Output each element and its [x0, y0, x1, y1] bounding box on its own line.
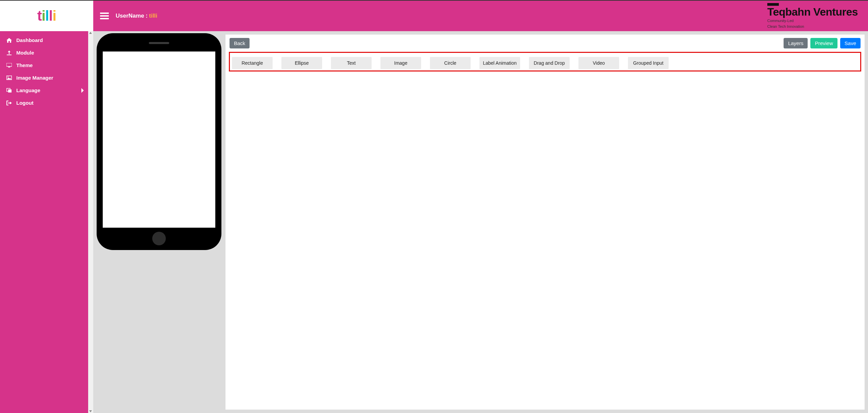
brand-tagline-line1: Community-Led — [767, 19, 858, 23]
layers-button[interactable]: Layers — [784, 38, 808, 48]
sidebar-item-logout[interactable]: Logout — [0, 97, 88, 109]
sidebar-item-label: Module — [16, 50, 34, 56]
tool-drag-and-drop[interactable]: Drag and Drop — [529, 57, 570, 69]
upload-icon — [6, 50, 12, 56]
back-button[interactable]: Back — [230, 38, 250, 48]
username-label: UserName : — [116, 13, 148, 19]
save-button[interactable]: Save — [840, 38, 861, 48]
tool-video[interactable]: Video — [578, 57, 619, 69]
tool-ellipse[interactable]: Ellipse — [281, 57, 322, 69]
sidebar-item-label: Dashboard — [16, 37, 43, 43]
sidebar-item-label: Logout — [16, 100, 34, 106]
preview-button[interactable]: Preview — [810, 38, 837, 48]
editor-toolbar: Back Layers Preview Save — [225, 35, 865, 52]
tool-text[interactable]: Text — [331, 57, 372, 69]
image-icon — [6, 75, 12, 81]
brand-block: Teqbahn Ventures Community-Led Clean Tec… — [767, 3, 861, 29]
brand-accent-bar — [767, 3, 779, 6]
svg-rect-0 — [6, 63, 12, 66]
chevron-right-icon — [81, 88, 84, 93]
phone-speaker — [149, 42, 169, 44]
sidebar-item-language[interactable]: Language — [0, 84, 88, 97]
language-icon — [6, 88, 12, 93]
sidebar-scrollbar[interactable] — [88, 31, 93, 413]
sidebar-item-label: Image Manager — [16, 75, 53, 81]
tool-label-animation[interactable]: Label Animation — [479, 57, 520, 69]
sidebar-item-theme[interactable]: Theme — [0, 59, 88, 71]
svg-rect-5 — [8, 89, 12, 92]
sidebar-item-label: Language — [16, 87, 40, 93]
sidebar-item-module[interactable]: Module — [0, 46, 88, 59]
phone-home-button — [152, 232, 166, 245]
username-value: tilli — [149, 13, 158, 19]
sidebar-item-dashboard[interactable]: Dashboard — [0, 34, 88, 46]
tool-circle[interactable]: Circle — [430, 57, 471, 69]
editor-panel: Back Layers Preview Save Rectangle Ellip… — [225, 35, 865, 410]
menu-toggle-icon[interactable] — [100, 13, 109, 19]
tool-palette: Rectangle Ellipse Text Image Circle Labe… — [229, 52, 861, 71]
svg-rect-1 — [8, 67, 10, 67]
svg-point-3 — [8, 77, 9, 78]
tool-rectangle[interactable]: Rectangle — [232, 57, 273, 69]
topbar: UserName : tilli Teqbahn Ventures Commun… — [93, 1, 868, 31]
logo-letter: i — [42, 8, 45, 24]
logo-letter: l — [45, 8, 49, 24]
logo-letter: i — [53, 8, 56, 24]
tool-grouped-input[interactable]: Grouped Input — [628, 57, 669, 69]
logo: tilli — [37, 8, 56, 24]
sidebar-item-image-manager[interactable]: Image Manager — [0, 71, 88, 84]
display-icon — [6, 63, 12, 68]
phone-preview — [97, 33, 221, 250]
logo-letter: l — [49, 8, 53, 24]
main-content: Back Layers Preview Save Rectangle Ellip… — [93, 31, 868, 413]
home-icon — [6, 38, 12, 43]
sidebar-item-label: Theme — [16, 62, 33, 68]
editor-canvas[interactable] — [225, 75, 865, 410]
logout-icon — [6, 100, 12, 106]
phone-screen[interactable] — [103, 51, 215, 228]
sidebar: Dashboard Module Theme Image Manager Lan… — [0, 31, 93, 413]
brand-tagline-line2: Clean Tech Innovation — [767, 24, 858, 29]
logo-area: tilli — [0, 1, 93, 31]
tool-image[interactable]: Image — [380, 57, 421, 69]
brand-name: Teqbahn Ventures — [767, 6, 858, 17]
logo-letter: t — [37, 8, 42, 24]
